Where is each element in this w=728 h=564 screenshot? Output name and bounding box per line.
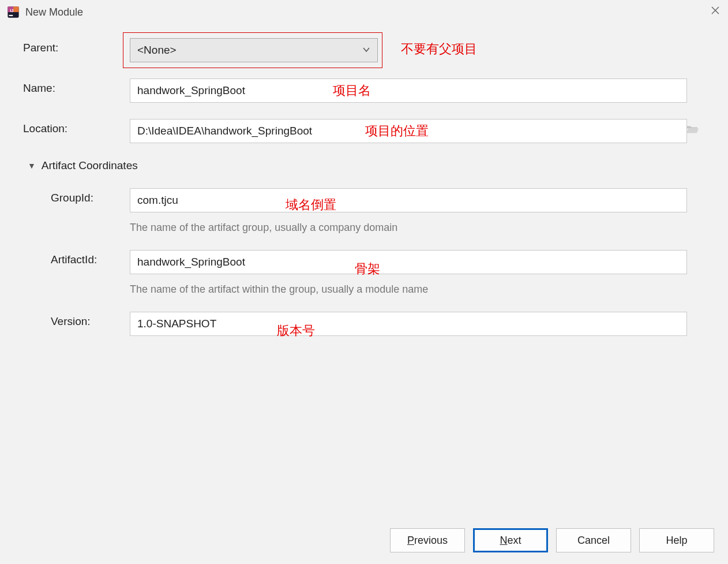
name-input[interactable]	[130, 79, 687, 103]
next-button[interactable]: Next	[473, 528, 548, 552]
next-rest: ext	[507, 535, 521, 546]
intellij-icon: IJ	[7, 6, 20, 18]
parent-dropdown[interactable]: <None>	[130, 38, 378, 62]
row-name: Name: 项目名	[23, 79, 705, 103]
row-artifactid: ArtifactId: 骨架 The name of the artifact …	[23, 250, 705, 296]
section-label: Artifact Coordinates	[42, 159, 138, 172]
folder-open-icon[interactable]	[685, 123, 699, 140]
svg-rect-3	[9, 15, 13, 16]
parent-value: <None>	[137, 44, 177, 57]
name-label: Name:	[23, 79, 130, 95]
window-title: New Module	[25, 6, 83, 18]
artifactid-input[interactable]	[130, 250, 687, 274]
row-groupid: GroupId: 域名倒置 The name of the artifact g…	[23, 188, 705, 234]
dialog-content: Parent: <None> 不要有父项目 Name: 项目名 Location…	[0, 24, 728, 336]
cancel-button[interactable]: Cancel	[556, 528, 631, 552]
annotation-parent: 不要有父项目	[401, 40, 477, 58]
row-location: Location: 项目的位置	[23, 119, 705, 143]
version-label: Version:	[23, 312, 130, 328]
titlebar: IJ New Module	[0, 0, 728, 24]
dialog-footer: Previous Next Cancel Help	[390, 528, 714, 552]
location-label: Location:	[23, 119, 130, 135]
svg-rect-2	[13, 6, 19, 12]
help-button[interactable]: Help	[639, 528, 714, 552]
groupid-hint: The name of the artifact group, usually …	[130, 222, 705, 234]
parent-label: Parent:	[23, 38, 130, 54]
location-input[interactable]	[130, 119, 687, 143]
triangle-down-icon: ▼	[28, 161, 36, 170]
artifactid-hint: The name of the artifact within the grou…	[130, 283, 705, 296]
artifactid-label: ArtifactId:	[23, 250, 130, 266]
previous-rest: revious	[414, 535, 448, 546]
row-version: Version: 版本号	[23, 312, 705, 336]
previous-button[interactable]: Previous	[390, 528, 465, 552]
artifact-coordinates-toggle[interactable]: ▼ Artifact Coordinates	[28, 159, 705, 172]
version-input[interactable]	[130, 312, 687, 336]
chevron-down-icon	[362, 44, 370, 57]
groupid-input[interactable]	[130, 188, 687, 212]
row-parent: Parent: <None> 不要有父项目	[23, 38, 705, 62]
svg-text:IJ: IJ	[10, 9, 14, 13]
close-icon[interactable]	[711, 5, 720, 18]
groupid-label: GroupId:	[23, 188, 130, 204]
